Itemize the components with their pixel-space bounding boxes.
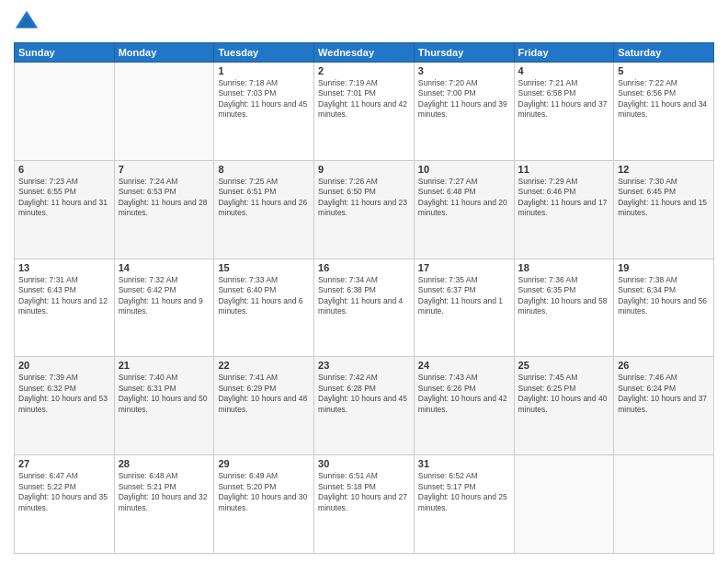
day-number: 21 bbox=[119, 360, 210, 371]
day-info: Sunrise: 7:42 AM Sunset: 6:28 PM Dayligh… bbox=[318, 373, 410, 415]
day-info: Sunrise: 7:21 AM Sunset: 6:58 PM Dayligh… bbox=[518, 78, 610, 121]
calendar-cell: 6Sunrise: 7:23 AM Sunset: 6:55 PM Daylig… bbox=[15, 160, 115, 259]
calendar-table: SundayMondayTuesdayWednesdayThursdayFrid… bbox=[14, 42, 714, 554]
calendar-cell bbox=[15, 63, 115, 161]
day-info: Sunrise: 7:27 AM Sunset: 6:48 PM Dayligh… bbox=[418, 177, 510, 219]
day-number: 27 bbox=[18, 458, 110, 469]
logo-icon bbox=[14, 9, 40, 35]
day-number: 31 bbox=[418, 458, 510, 469]
day-info: Sunrise: 7:33 AM Sunset: 6:40 PM Dayligh… bbox=[218, 275, 310, 317]
calendar-cell: 7Sunrise: 7:24 AM Sunset: 6:53 PM Daylig… bbox=[114, 160, 214, 259]
day-info: Sunrise: 7:46 AM Sunset: 6:24 PM Dayligh… bbox=[618, 373, 710, 415]
day-info: Sunrise: 7:43 AM Sunset: 6:26 PM Dayligh… bbox=[418, 373, 510, 415]
calendar-cell bbox=[114, 63, 214, 161]
day-number: 11 bbox=[518, 164, 610, 175]
day-number: 29 bbox=[218, 458, 310, 469]
column-header-saturday: Saturday bbox=[614, 43, 714, 63]
day-number: 3 bbox=[418, 65, 510, 76]
calendar-cell bbox=[514, 455, 614, 554]
calendar-cell: 29Sunrise: 6:49 AM Sunset: 5:20 PM Dayli… bbox=[214, 455, 314, 554]
day-number: 25 bbox=[518, 360, 610, 371]
day-info: Sunrise: 7:45 AM Sunset: 6:25 PM Dayligh… bbox=[518, 373, 610, 415]
day-number: 15 bbox=[218, 262, 310, 273]
calendar-cell: 14Sunrise: 7:32 AM Sunset: 6:42 PM Dayli… bbox=[114, 259, 214, 357]
day-info: Sunrise: 7:25 AM Sunset: 6:51 PM Dayligh… bbox=[218, 177, 310, 219]
calendar-cell: 10Sunrise: 7:27 AM Sunset: 6:48 PM Dayli… bbox=[414, 160, 514, 259]
day-number: 22 bbox=[218, 360, 310, 371]
day-info: Sunrise: 7:38 AM Sunset: 6:34 PM Dayligh… bbox=[618, 275, 710, 317]
day-number: 14 bbox=[119, 262, 210, 273]
day-info: Sunrise: 7:29 AM Sunset: 6:46 PM Dayligh… bbox=[518, 177, 610, 219]
calendar-week-row: 27Sunrise: 6:47 AM Sunset: 5:22 PM Dayli… bbox=[15, 455, 714, 554]
calendar-cell: 31Sunrise: 6:52 AM Sunset: 5:17 PM Dayli… bbox=[414, 455, 514, 554]
calendar-cell: 24Sunrise: 7:43 AM Sunset: 6:26 PM Dayli… bbox=[414, 357, 514, 455]
day-info: Sunrise: 7:40 AM Sunset: 6:31 PM Dayligh… bbox=[119, 373, 210, 415]
calendar-header-row: SundayMondayTuesdayWednesdayThursdayFrid… bbox=[15, 43, 714, 63]
day-info: Sunrise: 6:48 AM Sunset: 5:21 PM Dayligh… bbox=[119, 471, 210, 513]
day-info: Sunrise: 6:51 AM Sunset: 5:18 PM Dayligh… bbox=[318, 471, 410, 513]
day-info: Sunrise: 7:22 AM Sunset: 6:56 PM Dayligh… bbox=[618, 78, 710, 121]
calendar-cell: 20Sunrise: 7:39 AM Sunset: 6:32 PM Dayli… bbox=[15, 357, 115, 455]
calendar-cell: 22Sunrise: 7:41 AM Sunset: 6:29 PM Dayli… bbox=[214, 357, 314, 455]
day-number: 9 bbox=[318, 164, 410, 175]
day-info: Sunrise: 7:24 AM Sunset: 6:53 PM Dayligh… bbox=[119, 177, 210, 219]
calendar-cell: 27Sunrise: 6:47 AM Sunset: 5:22 PM Dayli… bbox=[15, 455, 115, 554]
calendar-cell: 16Sunrise: 7:34 AM Sunset: 6:38 PM Dayli… bbox=[314, 259, 415, 357]
day-info: Sunrise: 7:20 AM Sunset: 7:00 PM Dayligh… bbox=[418, 78, 510, 121]
calendar-cell bbox=[614, 455, 714, 554]
calendar-cell: 30Sunrise: 6:51 AM Sunset: 5:18 PM Dayli… bbox=[314, 455, 415, 554]
day-info: Sunrise: 7:39 AM Sunset: 6:32 PM Dayligh… bbox=[18, 373, 110, 415]
calendar-week-row: 13Sunrise: 7:31 AM Sunset: 6:43 PM Dayli… bbox=[15, 259, 714, 357]
column-header-wednesday: Wednesday bbox=[314, 43, 415, 63]
calendar-cell: 18Sunrise: 7:36 AM Sunset: 6:35 PM Dayli… bbox=[514, 259, 614, 357]
calendar-cell: 19Sunrise: 7:38 AM Sunset: 6:34 PM Dayli… bbox=[614, 259, 714, 357]
calendar-cell: 15Sunrise: 7:33 AM Sunset: 6:40 PM Dayli… bbox=[214, 259, 314, 357]
day-info: Sunrise: 7:36 AM Sunset: 6:35 PM Dayligh… bbox=[518, 275, 610, 317]
day-info: Sunrise: 7:30 AM Sunset: 6:45 PM Dayligh… bbox=[618, 177, 710, 219]
page: SundayMondayTuesdayWednesdayThursdayFrid… bbox=[0, 0, 728, 563]
day-number: 13 bbox=[18, 262, 110, 273]
day-number: 19 bbox=[618, 262, 710, 273]
logo bbox=[14, 9, 43, 35]
calendar-cell: 1Sunrise: 7:18 AM Sunset: 7:03 PM Daylig… bbox=[214, 63, 314, 161]
day-number: 1 bbox=[218, 65, 310, 76]
day-number: 17 bbox=[418, 262, 510, 273]
day-number: 10 bbox=[418, 164, 510, 175]
calendar-week-row: 6Sunrise: 7:23 AM Sunset: 6:55 PM Daylig… bbox=[15, 160, 714, 259]
day-info: Sunrise: 6:49 AM Sunset: 5:20 PM Dayligh… bbox=[218, 471, 310, 513]
day-info: Sunrise: 7:19 AM Sunset: 7:01 PM Dayligh… bbox=[318, 78, 410, 121]
calendar-cell: 25Sunrise: 7:45 AM Sunset: 6:25 PM Dayli… bbox=[514, 357, 614, 455]
day-info: Sunrise: 7:32 AM Sunset: 6:42 PM Dayligh… bbox=[119, 275, 210, 317]
header bbox=[14, 9, 714, 35]
day-info: Sunrise: 7:35 AM Sunset: 6:37 PM Dayligh… bbox=[418, 275, 510, 317]
calendar-cell: 28Sunrise: 6:48 AM Sunset: 5:21 PM Dayli… bbox=[114, 455, 214, 554]
day-number: 8 bbox=[218, 164, 310, 175]
day-number: 24 bbox=[418, 360, 510, 371]
day-number: 2 bbox=[318, 65, 410, 76]
column-header-monday: Monday bbox=[114, 43, 214, 63]
calendar-cell: 4Sunrise: 7:21 AM Sunset: 6:58 PM Daylig… bbox=[514, 63, 614, 161]
day-number: 18 bbox=[518, 262, 610, 273]
calendar-cell: 3Sunrise: 7:20 AM Sunset: 7:00 PM Daylig… bbox=[414, 63, 514, 161]
day-number: 26 bbox=[618, 360, 710, 371]
day-number: 4 bbox=[518, 65, 610, 76]
column-header-friday: Friday bbox=[514, 43, 614, 63]
calendar-cell: 2Sunrise: 7:19 AM Sunset: 7:01 PM Daylig… bbox=[314, 63, 415, 161]
day-number: 6 bbox=[18, 164, 110, 175]
day-number: 5 bbox=[618, 65, 710, 76]
calendar-cell: 26Sunrise: 7:46 AM Sunset: 6:24 PM Dayli… bbox=[614, 357, 714, 455]
calendar-cell: 13Sunrise: 7:31 AM Sunset: 6:43 PM Dayli… bbox=[15, 259, 115, 357]
day-number: 16 bbox=[318, 262, 410, 273]
day-info: Sunrise: 7:31 AM Sunset: 6:43 PM Dayligh… bbox=[18, 275, 110, 317]
day-info: Sunrise: 6:52 AM Sunset: 5:17 PM Dayligh… bbox=[418, 471, 510, 513]
day-number: 23 bbox=[318, 360, 410, 371]
column-header-thursday: Thursday bbox=[414, 43, 514, 63]
calendar-cell: 17Sunrise: 7:35 AM Sunset: 6:37 PM Dayli… bbox=[414, 259, 514, 357]
calendar-cell: 21Sunrise: 7:40 AM Sunset: 6:31 PM Dayli… bbox=[114, 357, 214, 455]
day-info: Sunrise: 7:34 AM Sunset: 6:38 PM Dayligh… bbox=[318, 275, 410, 317]
calendar-cell: 5Sunrise: 7:22 AM Sunset: 6:56 PM Daylig… bbox=[614, 63, 714, 161]
day-number: 30 bbox=[318, 458, 410, 469]
calendar-cell: 23Sunrise: 7:42 AM Sunset: 6:28 PM Dayli… bbox=[314, 357, 415, 455]
day-number: 28 bbox=[119, 458, 210, 469]
calendar-cell: 9Sunrise: 7:26 AM Sunset: 6:50 PM Daylig… bbox=[314, 160, 415, 259]
